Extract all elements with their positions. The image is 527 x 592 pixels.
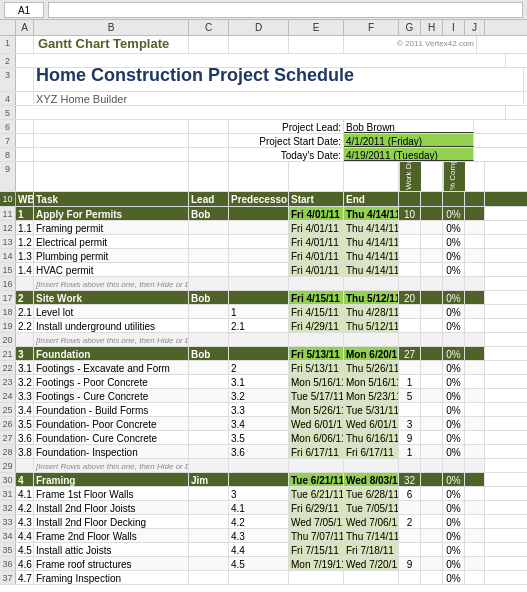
table-row: 28 3.8 Foundation- Inspection 3.6 Fri 6/…	[0, 445, 527, 459]
row-number: 22	[0, 361, 16, 374]
end-cell: Wed 8/03/11	[344, 473, 399, 486]
task-cell: Frame 1st Floor Walls	[34, 487, 189, 500]
wbs-cell: 3.1	[16, 361, 34, 374]
extra-cell	[465, 543, 485, 556]
project-lead-label: Project Lead:	[229, 120, 344, 133]
lead-cell	[189, 305, 229, 318]
pct-cell: 0%	[443, 347, 465, 360]
days-cell: 9	[399, 557, 421, 570]
cell-reference: A1	[4, 2, 44, 18]
lead-header: Lead	[189, 192, 229, 206]
empty-cell	[421, 263, 443, 276]
days-cell	[399, 263, 421, 276]
col-header-j[interactable]: J	[465, 20, 485, 35]
days-cell	[399, 221, 421, 234]
pred-cell	[229, 277, 289, 290]
pct-cell: 0%	[443, 529, 465, 542]
wbs-cell: 1.3	[16, 249, 34, 262]
table-row: 27 3.6 Foundation- Cure Concrete 3.5 Mon…	[0, 431, 527, 445]
table-row: 36 4.6 Frame roof structures 4.5 Mon 7/1…	[0, 557, 527, 571]
col-header-h[interactable]: H	[421, 20, 443, 35]
wbs-cell: 4	[16, 473, 34, 486]
col-header-b[interactable]: B	[34, 20, 189, 35]
days-cell: 32	[399, 473, 421, 486]
end-cell: Wed 6/01/11	[344, 417, 399, 430]
wbs-cell	[16, 333, 34, 346]
lead-cell	[189, 221, 229, 234]
wbs-cell: 1.1	[16, 221, 34, 234]
end-cell: Thu 5/12/11	[344, 291, 399, 304]
col-header-e[interactable]: E	[289, 20, 344, 35]
end-cell: Thu 4/14/11	[344, 207, 399, 220]
wbs-cell: 3.8	[16, 445, 34, 458]
empty-cell	[421, 389, 443, 402]
empty-cell	[421, 501, 443, 514]
task-cell: [Insert Rows above this one, then Hide o…	[34, 459, 189, 472]
task-cell: Footings - Poor Concrete	[34, 375, 189, 388]
days-cell	[399, 459, 421, 472]
end-cell: Thu 5/12/11	[344, 319, 399, 332]
formula-bar[interactable]	[48, 2, 523, 18]
task-cell: Electrical permit	[34, 235, 189, 248]
spreadsheet: A1 A B C D E F G H I J 1 Gantt Chart Tem…	[0, 0, 527, 585]
days-cell	[399, 571, 421, 584]
pred-cell: 3.2	[229, 389, 289, 402]
lead-cell	[189, 333, 229, 346]
lead-cell	[189, 277, 229, 290]
lead-cell	[189, 431, 229, 444]
pred-cell	[229, 459, 289, 472]
lead-cell	[189, 543, 229, 556]
wbs-cell	[16, 459, 34, 472]
col-header-g[interactable]: G	[399, 20, 421, 35]
table-row: 34 4.4 Frame 2nd Floor Walls 4.3 Thu 7/0…	[0, 529, 527, 543]
extra-cell	[465, 291, 485, 304]
start-cell: Fri 6/17/11	[289, 445, 344, 458]
row-number: 20	[0, 333, 16, 346]
extra-cell	[465, 221, 485, 234]
col-header-d[interactable]: D	[229, 20, 289, 35]
row-9: 9 Work Days % Complete	[0, 162, 527, 192]
lead-cell: Bob	[189, 347, 229, 360]
days-cell	[399, 529, 421, 542]
empty-cell	[421, 235, 443, 248]
lead-cell: Bob	[189, 207, 229, 220]
start-cell: Fri 5/13/11	[289, 347, 344, 360]
start-cell: Mon 5/26/11	[289, 403, 344, 416]
end-cell: Thu 4/14/11	[344, 263, 399, 276]
pct-cell: 0%	[443, 487, 465, 500]
start-cell: Thu 7/07/11	[289, 529, 344, 542]
pred-cell	[229, 221, 289, 234]
wbs-cell: 2.2	[16, 319, 34, 332]
table-row: 35 4.5 Install attic Joists 4.4 Fri 7/15…	[0, 543, 527, 557]
wbs-cell: 1.2	[16, 235, 34, 248]
pct-cell: 0%	[443, 557, 465, 570]
copyright: © 2011 Vertex42.com	[344, 36, 477, 53]
pred-cell: 3.5	[229, 431, 289, 444]
extra-cell	[465, 333, 485, 346]
days-cell	[399, 277, 421, 290]
pct-cell: 0%	[443, 221, 465, 234]
row-number: 24	[0, 389, 16, 402]
row-number: 34	[0, 529, 16, 542]
col-header-i[interactable]: I	[443, 20, 465, 35]
table-row: 22 3.1 Footings - Excavate and Form 2 Fr…	[0, 361, 527, 375]
pct-cell: 0%	[443, 291, 465, 304]
empty-cell	[421, 571, 443, 584]
start-cell: Fri 4/01/11	[289, 263, 344, 276]
wbs-cell: 4.3	[16, 515, 34, 528]
end-cell: Wed 7/20/11	[344, 557, 399, 570]
days-cell	[399, 305, 421, 318]
work-days-vertical: Work Days	[399, 162, 421, 191]
wbs-cell: 4.1	[16, 487, 34, 500]
wbs-cell: 4.4	[16, 529, 34, 542]
empty-cell	[421, 207, 443, 220]
days-cell: 10	[399, 207, 421, 220]
col-header-f[interactable]: F	[344, 20, 399, 35]
row-6: 6 Project Lead: Bob Brown	[0, 120, 527, 134]
lead-cell	[189, 389, 229, 402]
col-header-a[interactable]: A	[16, 20, 34, 35]
task-cell: Plumbing permit	[34, 249, 189, 262]
col-header-c[interactable]: C	[189, 20, 229, 35]
start-cell: Mon 5/16/11	[289, 375, 344, 388]
todays-date-label: Today's Date:	[229, 148, 344, 161]
